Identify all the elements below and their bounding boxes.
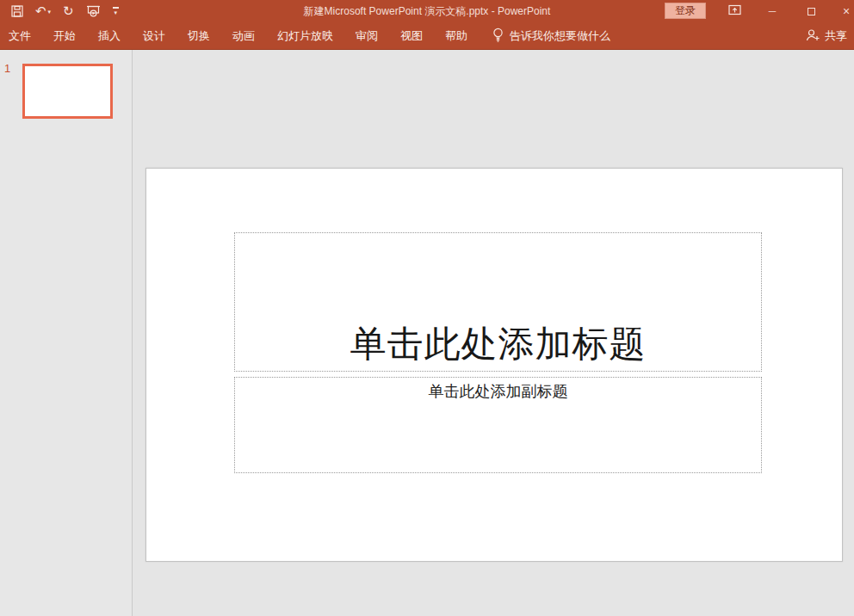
- title-placeholder-text: 单击此处添加标题: [350, 324, 647, 371]
- start-slideshow-icon: [86, 5, 101, 18]
- lightbulb-icon: [492, 28, 504, 45]
- tell-me-label: 告诉我你想要做什么: [510, 28, 610, 44]
- redo-button[interactable]: ↻: [63, 2, 74, 21]
- editing-canvas: 单击此处添加标题 单击此处添加副标题: [133, 50, 854, 616]
- maximize-icon: [808, 8, 815, 15]
- save-icon: [11, 5, 23, 17]
- customize-quick-access-icon: [113, 7, 119, 9]
- tab-view[interactable]: 视图: [389, 22, 434, 50]
- ribbon-display-options-button[interactable]: [721, 0, 747, 22]
- ribbon-tab-bar: 文件 开始 插入 设计 切换 动画 幻灯片放映 审阅 视图 帮助 告诉我你想要做…: [0, 22, 854, 50]
- customize-quick-access-button[interactable]: ▾: [113, 2, 119, 21]
- maximize-button[interactable]: [798, 0, 824, 22]
- undo-dropdown-caret-icon: ▾: [48, 9, 52, 15]
- tab-file[interactable]: 文件: [0, 22, 42, 50]
- tab-animations[interactable]: 动画: [221, 22, 266, 50]
- quick-access-toolbar: ↶ ▾ ↻ ▾: [0, 0, 119, 22]
- slide-canvas[interactable]: 单击此处添加标题 单击此处添加副标题: [145, 168, 843, 562]
- save-button[interactable]: [11, 2, 23, 21]
- close-icon: ×: [843, 4, 850, 18]
- tab-insert[interactable]: 插入: [87, 22, 132, 50]
- subtitle-placeholder[interactable]: 单击此处添加副标题: [234, 377, 762, 473]
- share-button[interactable]: 共享: [802, 22, 851, 50]
- undo-icon: ↶: [35, 5, 46, 18]
- slide-number: 1: [4, 62, 10, 75]
- minimize-button[interactable]: ─: [759, 0, 785, 22]
- tab-slideshow[interactable]: 幻灯片放映: [266, 22, 344, 50]
- close-button[interactable]: ×: [833, 0, 854, 22]
- redo-icon: ↻: [63, 5, 74, 18]
- slide-thumbnail-panel: 1: [0, 50, 133, 616]
- sign-in-button[interactable]: 登录: [665, 3, 706, 19]
- start-slideshow-button[interactable]: [86, 2, 101, 21]
- chevron-down-icon: ▾: [114, 9, 117, 15]
- tab-transitions[interactable]: 切换: [176, 22, 221, 50]
- subtitle-placeholder-text: 单击此处添加副标题: [429, 378, 568, 402]
- tab-help[interactable]: 帮助: [434, 22, 479, 50]
- slide-thumbnail[interactable]: [22, 64, 113, 119]
- tab-home[interactable]: 开始: [42, 22, 87, 50]
- undo-button[interactable]: ↶ ▾: [35, 2, 51, 21]
- minimize-icon: ─: [769, 5, 777, 17]
- tell-me-box[interactable]: 告诉我你想要做什么: [492, 22, 610, 50]
- title-bar: ↶ ▾ ↻ ▾ 新建Microsoft PowerPoint 演示文稿.pptx…: [0, 0, 854, 22]
- add-person-icon: [806, 28, 820, 44]
- title-placeholder[interactable]: 单击此处添加标题: [234, 232, 762, 372]
- share-label: 共享: [825, 28, 847, 44]
- tab-review[interactable]: 审阅: [344, 22, 389, 50]
- ribbon-display-options-icon: [728, 3, 741, 19]
- tab-design[interactable]: 设计: [132, 22, 176, 50]
